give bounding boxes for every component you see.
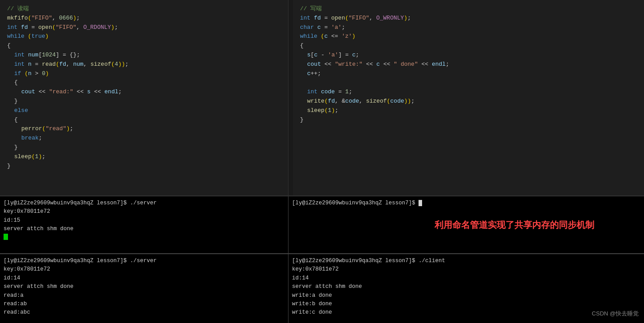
code-line: sleep(1); <box>300 106 637 116</box>
term-prompt-line: [ly@iZ2ze29609wbuinv9qa3hqZ lesson7]$ <box>292 199 640 207</box>
term-prompt-line: [ly@iZ2ze29609wbuinv9qa3hqZ lesson7]$ ./… <box>4 199 284 207</box>
code-line: perror("read"); <box>7 124 281 134</box>
code-line: char c = 'a'; <box>300 23 637 32</box>
code-line: { <box>7 41 281 51</box>
terminal-bottom-right: [ly@iZ2ze29609wbuinv9qa3hqZ lesson7]$ ./… <box>288 254 644 323</box>
term-output: read:abc <box>4 308 284 317</box>
term-output: id:14 <box>292 274 640 283</box>
code-line: // 读端 <box>7 4 281 14</box>
term-output: key:0x78011e72 <box>4 265 284 274</box>
code-line: break; <box>7 134 281 143</box>
csdn-watermark: CSDN @快去睡觉 <box>592 310 639 318</box>
term-output: write:b done <box>292 300 640 308</box>
code-line: cout << "write:" << c << " done" << endl… <box>300 60 637 69</box>
code-line: int fd = open("FIFO", O_WRONLY); <box>300 14 637 23</box>
code-line <box>300 78 637 88</box>
highlight-text: 利用命名管道实现了共享内存的同步机制 <box>435 219 594 231</box>
code-line: int n = read(fd, num, sizeof(4)); <box>7 60 281 69</box>
term-output: server attch shm done <box>4 283 284 291</box>
code-line: s[c - 'a'] = c; <box>300 51 637 60</box>
cursor-block <box>419 200 422 206</box>
term-cursor-line <box>4 234 284 242</box>
middle-terminal-row: [ly@iZ2ze29609wbuinv9qa3hqZ lesson7]$ ./… <box>0 195 644 253</box>
bottom-row: [ly@iZ2ze29609wbuinv9qa3hqZ lesson7]$ ./… <box>0 253 644 323</box>
top-row: // 读端 mkfifo("FIFO", 0666); int fd = ope… <box>0 0 644 195</box>
left-code-panel: // 读端 mkfifo("FIFO", 0666); int fd = ope… <box>0 0 288 195</box>
code-line: } <box>7 143 281 152</box>
comment: // 读端 <box>7 5 29 12</box>
code-line: write(fd, &code, sizeof(code)); <box>300 97 637 106</box>
term-output: read:ab <box>4 300 284 308</box>
terminal-bottom-left: [ly@iZ2ze29609wbuinv9qa3hqZ lesson7]$ ./… <box>0 254 288 323</box>
right-code-panel: // 写端 int fd = open("FIFO", O_WRONLY); c… <box>293 0 644 195</box>
code-line: } <box>7 97 281 106</box>
term-output: write:c done <box>292 308 640 317</box>
main-layout: // 读端 mkfifo("FIFO", 0666); int fd = ope… <box>0 0 644 323</box>
term-output: write:a done <box>292 291 640 300</box>
code-line: { <box>300 41 637 51</box>
code-line: } <box>7 162 281 171</box>
code-line: sleep(1); <box>7 152 281 162</box>
fn-name: mkfifo <box>7 15 28 21</box>
code-line: cout << "read:" << s << endl; <box>7 88 281 97</box>
term-output: id:14 <box>4 274 284 283</box>
term-output: id:15 <box>4 216 284 225</box>
term-output: read:a <box>4 291 284 300</box>
code-line: if (n > 0) <box>7 69 281 79</box>
code-line: else <box>7 106 281 116</box>
code-line: { <box>7 116 281 125</box>
terminal-top-right: [ly@iZ2ze29609wbuinv9qa3hqZ lesson7]$ 利用… <box>288 196 644 253</box>
code-line: int code = 1; <box>300 88 637 97</box>
terminal-top-left: [ly@iZ2ze29609wbuinv9qa3hqZ lesson7]$ ./… <box>0 196 288 253</box>
term-output: key:0x78011e72 <box>4 207 284 216</box>
term-prompt-line: [ly@iZ2ze29609wbuinv9qa3hqZ lesson7]$ ./… <box>292 257 640 265</box>
comment: // 写端 <box>300 5 322 12</box>
code-line: while (true) <box>7 32 281 41</box>
term-output: server attch shm done <box>292 283 640 291</box>
term-output: key:0x78011e72 <box>292 265 640 274</box>
term-output: server attch shm done <box>4 225 284 233</box>
term-prompt-line: [ly@iZ2ze29609wbuinv9qa3hqZ lesson7]$ ./… <box>4 257 284 265</box>
code-line: int num[1024] = {}; <box>7 51 281 60</box>
code-line: mkfifo("FIFO", 0666); <box>7 14 281 23</box>
code-line: { <box>7 78 281 88</box>
code-line: int fd = open("FIFO", O_RDONLY); <box>7 23 281 32</box>
code-line: c++; <box>300 69 637 79</box>
code-line: while (c <= 'z') <box>300 32 637 41</box>
code-line: } <box>300 116 637 125</box>
code-line: // 写端 <box>300 4 637 14</box>
